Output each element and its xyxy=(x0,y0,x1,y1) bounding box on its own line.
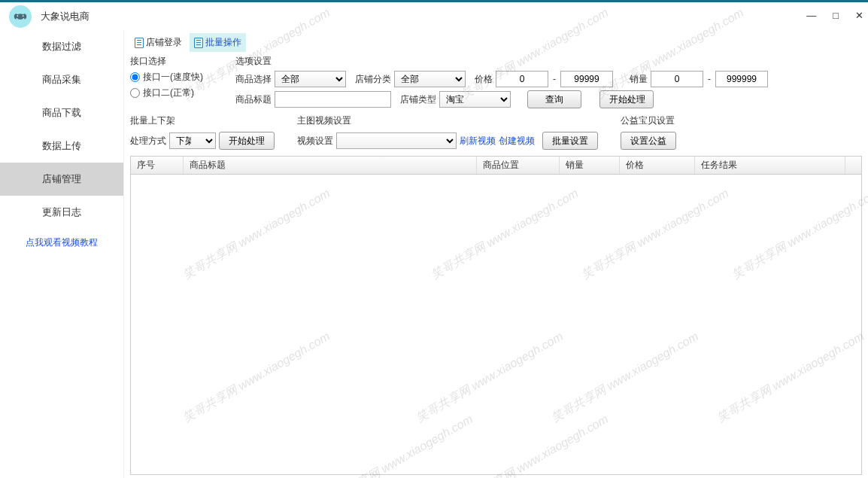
shop-type-label: 店铺类型 xyxy=(400,93,436,106)
product-title-label: 商品标题 xyxy=(235,93,272,106)
batch-method-select[interactable]: 下架 xyxy=(169,132,216,149)
dash: - xyxy=(706,74,712,84)
tab-batch-operation[interactable]: 批量操作 xyxy=(190,33,246,52)
price-min-input[interactable] xyxy=(496,71,548,87)
tab-label: 批量操作 xyxy=(205,36,241,49)
create-video-link[interactable]: 创建视频 xyxy=(499,135,535,148)
close-button[interactable]: ✕ xyxy=(855,10,863,21)
charity-legend: 公益宝贝设置 xyxy=(621,114,676,127)
sales-min-input[interactable] xyxy=(651,71,703,87)
app-logo xyxy=(9,5,32,28)
product-select[interactable]: 全部 xyxy=(275,71,346,87)
product-select-label: 商品选择 xyxy=(235,73,272,86)
main-content: 店铺登录 批量操作 接口选择 接口一(速度快) 接口二(正常) xyxy=(124,30,868,478)
document-icon xyxy=(194,38,203,48)
titlebar: 大象说电商 — □ ✕ xyxy=(0,0,868,30)
tab-shop-login[interactable]: 店铺登录 xyxy=(130,33,187,52)
interface-radio-2[interactable] xyxy=(130,88,140,98)
interface-radio-1[interactable] xyxy=(130,72,140,82)
minimize-button[interactable]: — xyxy=(806,10,816,21)
tab-label: 店铺登录 xyxy=(146,36,182,49)
video-legend: 主图视频设置 xyxy=(297,114,598,127)
charity-button[interactable]: 设置公益 xyxy=(621,132,676,150)
sidebar: 数据过滤 商品采集 商品下载 数据上传 店铺管理 更新日志 点我观看视频教程 xyxy=(0,30,124,478)
batch-start-button[interactable]: 开始处理 xyxy=(219,132,275,150)
document-icon xyxy=(135,38,144,48)
shop-category-label: 店铺分类 xyxy=(355,73,391,86)
app-title: 大象说电商 xyxy=(41,10,90,23)
sidebar-item-shop-manage[interactable]: 店铺管理 xyxy=(0,163,123,196)
sidebar-item-download[interactable]: 商品下载 xyxy=(0,96,123,129)
interface-option-1-label: 接口一(速度快) xyxy=(143,71,203,84)
sales-label: 销量 xyxy=(630,73,648,86)
results-table: 序号商品标题商品位置销量价格任务结果 xyxy=(130,156,862,475)
video-setting-label: 视频设置 xyxy=(297,135,333,148)
sidebar-item-collect[interactable]: 商品采集 xyxy=(0,63,123,96)
interface-option-2-label: 接口二(正常) xyxy=(143,87,194,99)
options-legend: 选项设置 xyxy=(235,55,862,68)
table-header: 序号商品标题商品位置销量价格任务结果 xyxy=(131,157,861,175)
shop-type-select[interactable]: 淘宝 xyxy=(439,91,511,108)
interface-legend: 接口选择 xyxy=(130,55,220,68)
product-title-input[interactable] xyxy=(275,91,391,108)
sidebar-tutorial-link[interactable]: 点我观看视频教程 xyxy=(0,229,123,257)
sidebar-item-filter[interactable]: 数据过滤 xyxy=(0,30,123,63)
start-process-button[interactable]: 开始处理 xyxy=(599,90,654,108)
dash: - xyxy=(551,74,557,84)
batch-method-label: 处理方式 xyxy=(130,135,166,148)
refresh-video-link[interactable]: 刷新视频 xyxy=(460,135,496,148)
query-button[interactable]: 查询 xyxy=(527,90,581,108)
svg-point-0 xyxy=(17,15,18,17)
table-col-header[interactable]: 序号 xyxy=(131,157,184,174)
maximize-button[interactable]: □ xyxy=(833,10,839,21)
video-setting-select[interactable] xyxy=(336,132,457,149)
price-max-input[interactable] xyxy=(560,71,613,87)
price-label: 价格 xyxy=(475,73,493,86)
table-col-header[interactable]: 商品标题 xyxy=(184,157,477,174)
sidebar-item-upload[interactable]: 数据上传 xyxy=(0,129,123,163)
svg-point-1 xyxy=(23,15,24,17)
shop-category-select[interactable]: 全部 xyxy=(394,71,466,87)
table-col-header[interactable]: 价格 xyxy=(620,157,695,174)
sales-max-input[interactable] xyxy=(715,71,768,87)
batch-video-button[interactable]: 批量设置 xyxy=(542,132,598,150)
table-col-header[interactable]: 销量 xyxy=(560,157,620,174)
batch-legend: 批量上下架 xyxy=(130,114,275,127)
table-col-header[interactable]: 商品位置 xyxy=(477,157,560,174)
table-col-header[interactable]: 任务结果 xyxy=(695,157,845,174)
sidebar-item-changelog[interactable]: 更新日志 xyxy=(0,196,123,229)
